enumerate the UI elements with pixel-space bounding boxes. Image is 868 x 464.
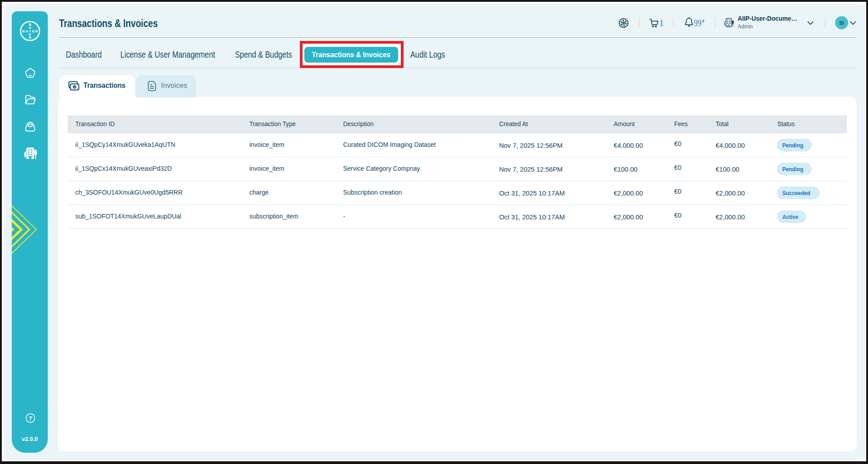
svg-text:R: R xyxy=(29,36,32,40)
svg-text:B: B xyxy=(22,29,25,33)
svg-text:?: ? xyxy=(29,415,32,422)
svg-text:E: E xyxy=(32,29,34,33)
svg-text:R: R xyxy=(35,29,38,33)
svg-text:A: A xyxy=(26,29,28,33)
